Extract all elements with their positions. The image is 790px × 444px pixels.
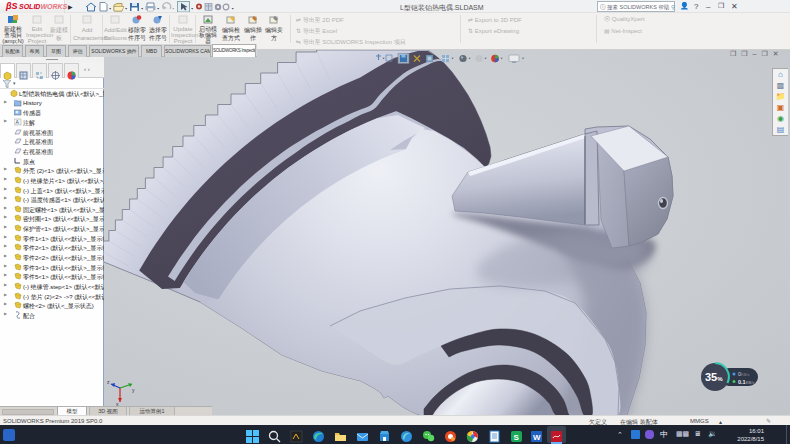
svg-text:S: S bbox=[514, 433, 520, 442]
svg-text:y: y bbox=[132, 387, 135, 393]
svg-text:0KB/s: 0KB/s bbox=[738, 371, 750, 377]
svg-text:0.1KB/s: 0.1KB/s bbox=[738, 379, 756, 385]
svg-text:z: z bbox=[107, 379, 110, 385]
svg-text:W: W bbox=[533, 433, 541, 442]
